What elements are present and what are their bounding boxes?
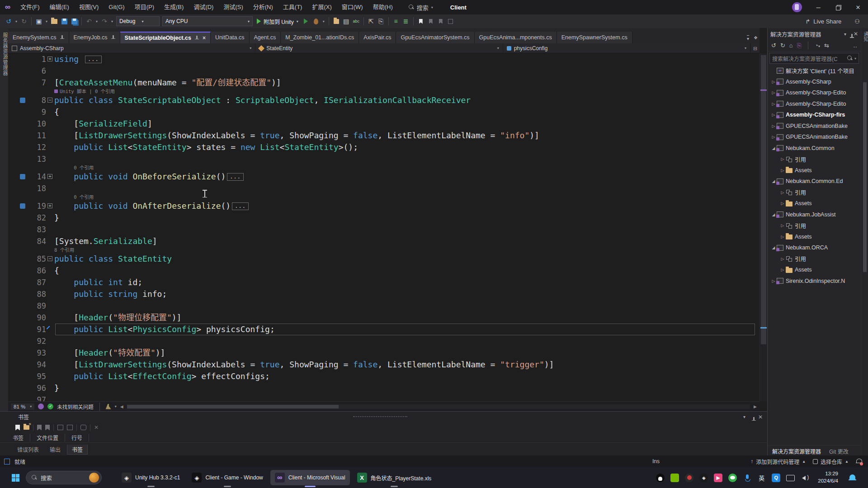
redo-dropdown-icon[interactable]: ▾ bbox=[109, 16, 115, 26]
menu-item[interactable]: 帮助(H) bbox=[368, 4, 398, 10]
breadcrumb-section[interactable]: StateEntity▾ bbox=[255, 43, 503, 53]
open-folder-icon[interactable] bbox=[49, 16, 59, 26]
minimize-button[interactable]: ─ bbox=[808, 0, 828, 14]
column-header[interactable]: 行号 bbox=[71, 434, 89, 441]
panel-dropdown-icon[interactable]: ▾ bbox=[844, 32, 846, 37]
code-editor[interactable]: 1+using ...67[CreateAssetMenu(menuName =… bbox=[8, 53, 760, 401]
tree-item[interactable]: ▷引用 bbox=[768, 187, 861, 198]
wechat-tray-icon[interactable] bbox=[728, 474, 737, 482]
menu-item[interactable]: 视图(V) bbox=[74, 4, 104, 10]
document-tab[interactable]: GpuEcsAnimatorSystem.cs bbox=[396, 32, 474, 43]
new-bookmark-folder-icon[interactable] bbox=[24, 425, 29, 430]
title-search-box[interactable]: 搜索 ▾ bbox=[404, 3, 438, 12]
tree-item[interactable]: ▷Assembly-CSharp-Edito bbox=[768, 99, 861, 110]
next-bookmark-in-folder-icon[interactable] bbox=[67, 425, 73, 430]
code-line[interactable]: 87 public int id; bbox=[8, 277, 760, 288]
close-icon[interactable]: × bbox=[203, 35, 206, 41]
menu-item[interactable]: 生成(B) bbox=[159, 4, 189, 10]
tree-item[interactable]: ▷Assets bbox=[768, 198, 861, 209]
chevron-collapsed-icon[interactable]: ▷ bbox=[770, 279, 777, 283]
tree-item[interactable]: ▷Assembly-CSharp bbox=[768, 76, 861, 88]
code-line[interactable]: 12 public List<StateEntity> states = new… bbox=[8, 141, 760, 153]
code-line[interactable]: 92 bbox=[8, 335, 760, 347]
taskbar-app[interactable]: X角色状态_PlayerState.xls bbox=[353, 470, 436, 485]
toggle-bookmark-icon[interactable] bbox=[416, 16, 426, 26]
code-line[interactable]: 89 bbox=[8, 300, 760, 312]
menu-item[interactable]: 分析(N) bbox=[248, 4, 278, 10]
menu-item[interactable]: 文件(F) bbox=[15, 4, 45, 10]
menu-item[interactable]: Git(G) bbox=[104, 4, 129, 10]
microphone-tray-icon[interactable] bbox=[743, 474, 751, 482]
menu-item[interactable]: 窗口(W) bbox=[337, 4, 368, 10]
tree-item[interactable]: ▷Assembly-CSharp-firs bbox=[768, 109, 861, 121]
breadcrumb-section[interactable]: physicsConfig▾ bbox=[503, 43, 750, 53]
chevron-collapsed-icon[interactable]: ▷ bbox=[779, 157, 786, 161]
taskbar-app[interactable]: ◈Unity Hub 3.3.2-c1 bbox=[117, 470, 184, 485]
hscroll-right-arrow[interactable]: ▶ bbox=[754, 404, 757, 409]
split-editor-icon[interactable]: ⊟ bbox=[750, 43, 760, 53]
code-line[interactable]: 9{ bbox=[8, 106, 760, 118]
panel-tab-错误列表[interactable]: 错误列表 bbox=[13, 445, 43, 454]
code-line[interactable]: 14+ public void OnBeforeSerialize()... bbox=[8, 171, 760, 183]
code-line[interactable]: 96} bbox=[8, 382, 760, 394]
prev-bookmark-in-folder-icon[interactable] bbox=[57, 425, 63, 430]
nvidia-tray-icon[interactable] bbox=[670, 474, 679, 482]
se-home-icon[interactable]: ⌂ bbox=[789, 42, 793, 49]
close-icon[interactable]: ✕ bbox=[758, 414, 763, 420]
code-line[interactable]: 93 [Header("特效配置")] bbox=[8, 347, 760, 359]
chevron-expanded-icon[interactable]: ◢ bbox=[770, 212, 777, 217]
menu-item[interactable]: 项目(P) bbox=[130, 4, 159, 10]
tree-item[interactable]: ▷Assembly-CSharp-Edito bbox=[768, 87, 861, 99]
taskbar-search-box[interactable]: 搜索 bbox=[26, 471, 102, 484]
tab-list-dropdown-icon[interactable]: ▾ bbox=[747, 35, 749, 41]
tree-item[interactable]: ◢Nebukam.Common.Ed bbox=[768, 176, 861, 187]
tree-item[interactable]: ▷引用 bbox=[768, 220, 861, 231]
tab-solution-explorer[interactable]: 解决方案资源管理器 bbox=[772, 447, 821, 455]
tree-item[interactable]: ∞解决方案 'Client' (11 个项目 bbox=[768, 65, 861, 76]
undo-icon[interactable]: ↶ bbox=[84, 16, 94, 26]
navigate-forward-icon[interactable]: ↻ bbox=[19, 16, 29, 26]
tree-item[interactable]: ▷Assets bbox=[768, 165, 861, 176]
prev-bookmark-icon[interactable] bbox=[426, 16, 436, 26]
intellisense-icon[interactable]: ▤ bbox=[341, 16, 351, 26]
chevron-collapsed-icon[interactable]: ▷ bbox=[770, 135, 777, 139]
undo-dropdown-icon[interactable]: ▾ bbox=[94, 16, 99, 26]
document-tab[interactable]: UnitData.cs bbox=[211, 32, 250, 43]
toggle-bookmark-icon[interactable] bbox=[15, 425, 20, 431]
code-line[interactable]: 13 bbox=[8, 153, 760, 165]
codelens-annotation[interactable]: Unity 脚本 | 0 个引用 bbox=[8, 89, 760, 94]
chevron-collapsed-icon[interactable]: ▷ bbox=[779, 235, 786, 239]
chevron-collapsed-icon[interactable]: ▷ bbox=[770, 102, 777, 106]
document-tab[interactable]: M_Zombie_01...ationIDs.cs bbox=[281, 32, 359, 43]
chevron-collapsed-icon[interactable]: ▷ bbox=[770, 90, 777, 95]
code-line[interactable]: 94 [ListDrawerSettings(ShowIndexLabels =… bbox=[8, 359, 760, 371]
codelens-annotation[interactable]: 0 个引用 bbox=[8, 194, 760, 200]
debug-target-dropdown[interactable]: Debug▾ bbox=[116, 16, 160, 26]
scrollbar-thumb[interactable] bbox=[761, 55, 766, 344]
chevron-collapsed-icon[interactable]: ▷ bbox=[770, 124, 777, 128]
chevron-collapsed-icon[interactable]: ▷ bbox=[779, 267, 786, 272]
menu-item[interactable]: 编辑(E) bbox=[45, 4, 74, 10]
code-line[interactable]: 84[System.Serializable] bbox=[8, 235, 760, 247]
panel-tab-书签[interactable]: 书签 bbox=[67, 445, 88, 455]
cursor-select-icon[interactable]: ⇱ bbox=[366, 16, 376, 26]
tree-item[interactable]: ▷Assets bbox=[768, 231, 861, 243]
menu-item[interactable]: 调试(D) bbox=[189, 4, 218, 10]
menu-item[interactable]: 工具(T) bbox=[278, 4, 307, 10]
screen-record-tray-icon[interactable] bbox=[685, 474, 693, 482]
tree-item[interactable]: ◢Nebukam.JobAssist bbox=[768, 209, 861, 221]
hot-reload-dropdown-icon[interactable]: ▾ bbox=[321, 16, 326, 26]
tree-item[interactable]: ▷引用 bbox=[768, 253, 861, 265]
collapsed-region-box[interactable]: ... bbox=[85, 56, 102, 63]
fold-toggle-icon[interactable]: + bbox=[47, 203, 52, 208]
panel-tab-输出[interactable]: 输出 bbox=[45, 445, 65, 454]
platform-dropdown[interactable]: Any CPU▾ bbox=[162, 16, 253, 26]
speaker-tray-icon[interactable] bbox=[801, 474, 809, 482]
restore-button[interactable] bbox=[828, 0, 848, 14]
se-sync-active-doc-icon[interactable]: ⎘ bbox=[797, 42, 802, 49]
code-line[interactable]: 8−public class StateScriptableObject : S… bbox=[8, 94, 760, 106]
pin-icon[interactable] bbox=[195, 36, 199, 41]
codelens-annotation[interactable]: 0 个引用 bbox=[8, 165, 760, 171]
document-tab[interactable]: EnemyJob.cs bbox=[69, 32, 120, 43]
qq-tray-icon[interactable] bbox=[656, 474, 665, 482]
